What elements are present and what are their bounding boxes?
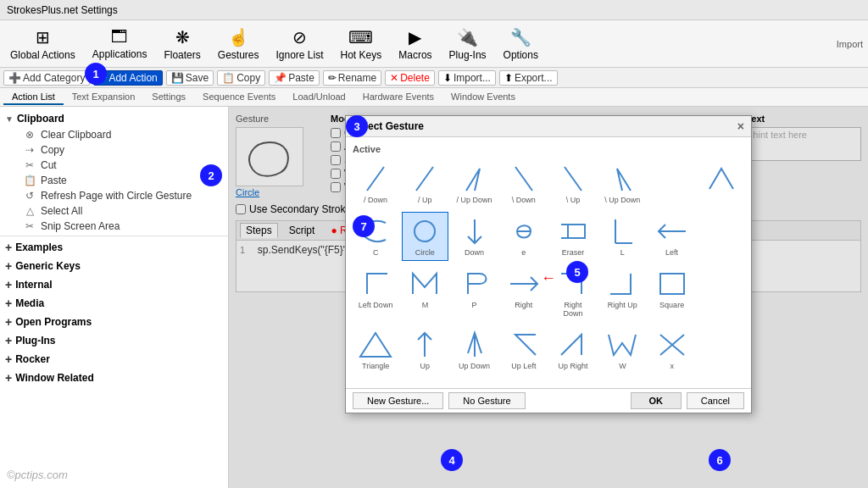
cut-label: Cut: [41, 159, 57, 171]
add-action-button[interactable]: ✏ Add Action: [93, 70, 162, 86]
gesture-right[interactable]: Right: [501, 264, 547, 322]
plug-ins-icon: 🔌: [457, 27, 478, 47]
list-item[interactable]: △ Select All: [17, 203, 228, 219]
no-gesture-button[interactable]: No Gesture: [448, 392, 525, 409]
gesture-left[interactable]: Left: [649, 212, 695, 261]
toolbar-hot-keys[interactable]: ⌨ Hot Keys: [336, 25, 387, 63]
toolbar-applications[interactable]: 🗔 Applications: [87, 25, 153, 62]
hot-keys-icon: ⌨: [348, 27, 373, 47]
toolbar-macros[interactable]: ▶ Macros: [393, 25, 437, 63]
toolbar-hot-keys-label: Hot Keys: [341, 49, 382, 61]
paste-button[interactable]: 📌 Paste: [269, 70, 320, 86]
open-programs-label: Open Programs: [15, 316, 92, 328]
category-window-related[interactable]: + Window Related: [0, 369, 228, 387]
expand-examples-icon: +: [5, 241, 12, 254]
generic-keys-label: Generic Keys: [15, 260, 81, 272]
category-open-programs[interactable]: + Open Programs: [0, 313, 228, 331]
gesture-slash-up[interactable]: / Up: [402, 159, 448, 208]
import-label[interactable]: Import: [837, 39, 863, 49]
gesture-triangle[interactable]: Triangle: [353, 325, 398, 374]
svg-line-2: [515, 167, 532, 191]
toolbar-global-actions[interactable]: ⊞ Global Actions: [5, 25, 81, 63]
gesture-c[interactable]: C: [353, 212, 398, 261]
gesture-blank4: [698, 325, 744, 374]
list-item[interactable]: ✂ Snip Screen Area: [17, 219, 228, 234]
tab-sequence-events[interactable]: Sequence Events: [194, 90, 284, 105]
new-gesture-button[interactable]: New Gesture...: [353, 392, 443, 409]
category-media[interactable]: + Media: [0, 294, 228, 313]
gesture-right-up[interactable]: Right Up: [599, 264, 645, 322]
gesture-angle-up[interactable]: [698, 159, 744, 208]
gesture-backslash-down[interactable]: \ Down: [501, 159, 547, 208]
list-item[interactable]: ⇢ Copy: [17, 142, 228, 158]
gesture-up-down[interactable]: Up Down: [452, 325, 498, 374]
rename-button[interactable]: ✏ Rename: [323, 70, 381, 86]
cancel-button[interactable]: Cancel: [687, 392, 744, 409]
clipboard-header-label: Clipboard: [17, 113, 64, 125]
toolbar-ignore-list[interactable]: ⊘ Ignore List: [270, 25, 328, 63]
toolbar-plug-ins[interactable]: 🔌 Plug-Ins: [444, 25, 492, 63]
expand-plug-ins-icon: +: [5, 334, 12, 347]
main-toolbar: ⊞ Global Actions 🗔 Applications ❋ Floate…: [0, 20, 868, 68]
gesture-up[interactable]: Up: [402, 325, 448, 374]
gesture-blank2: [698, 212, 744, 261]
gesture-left-down[interactable]: Left Down: [353, 264, 398, 322]
collapse-icon: ▼: [5, 114, 14, 124]
gesture-x[interactable]: x: [649, 325, 695, 374]
add-category-button[interactable]: ➕ Add Category: [3, 70, 90, 86]
copy-button[interactable]: 📋 Copy: [217, 70, 265, 86]
tab-text-expansion[interactable]: Text Expansion: [64, 90, 144, 105]
gestures-icon: ☝: [228, 27, 249, 47]
category-plug-ins[interactable]: + Plug-Ins: [0, 331, 228, 350]
gesture-e[interactable]: e: [501, 212, 547, 261]
svg-marker-11: [360, 333, 391, 357]
dialog-close-button[interactable]: ×: [737, 119, 744, 133]
list-item[interactable]: ⊗ Clear Clipboard: [17, 127, 228, 142]
tab-action-list[interactable]: Action List: [3, 90, 64, 105]
tab-bar: Action List Text Expansion Settings Sequ…: [0, 88, 868, 107]
list-item[interactable]: ↺ Refresh Page with Circle Gesture: [17, 188, 228, 203]
category-rocker[interactable]: + Rocker: [0, 350, 228, 369]
gesture-l[interactable]: L: [599, 212, 645, 261]
gesture-slash-down[interactable]: / Down: [353, 159, 398, 208]
category-internal[interactable]: + Internal: [0, 275, 228, 294]
rename-icon: ✏: [328, 72, 337, 84]
tab-window-events[interactable]: Window Events: [442, 90, 524, 105]
dialog-section-active: Active: [353, 144, 744, 154]
ok-button[interactable]: OK: [631, 392, 682, 409]
gesture-up-left[interactable]: Up Left: [501, 325, 547, 374]
tab-hardware-events[interactable]: Hardware Events: [354, 90, 442, 105]
tab-settings[interactable]: Settings: [143, 90, 194, 105]
category-generic-keys[interactable]: + Generic Keys: [0, 257, 228, 275]
gesture-eraser[interactable]: Eraser: [550, 212, 596, 261]
dialog-body: Active / Down / Up / Up: [346, 137, 751, 388]
category-examples[interactable]: + Examples: [0, 238, 228, 257]
toolbar-options[interactable]: 🔧 Options: [498, 25, 543, 63]
tab-load-unload[interactable]: Load/Unload: [284, 90, 353, 105]
action-bar: ➕ Add Category ✏ Add Action 💾 Save 📋 Cop…: [0, 68, 868, 88]
gesture-square[interactable]: Square: [649, 264, 695, 322]
gesture-p[interactable]: P: [452, 264, 498, 322]
gesture-w[interactable]: W: [599, 325, 645, 374]
list-item[interactable]: ✂ Cut: [17, 158, 228, 173]
media-label: Media: [15, 297, 44, 309]
gesture-m[interactable]: M: [402, 264, 448, 322]
delete-button[interactable]: ✕ Delete: [385, 70, 435, 86]
gesture-backslash-up-down[interactable]: \ Up Down: [599, 159, 645, 208]
gesture-slash-up-down[interactable]: / Up Down: [452, 159, 498, 208]
import-button[interactable]: ⬇ Import...: [438, 70, 496, 86]
gesture-backslash-up[interactable]: \ Up: [550, 159, 596, 208]
toolbar-gestures[interactable]: ☝ Gestures: [213, 25, 264, 63]
list-item[interactable]: 📋 Paste: [17, 173, 228, 188]
gesture-down[interactable]: Down: [452, 212, 498, 261]
category-clipboard[interactable]: ▼ Clipboard: [0, 110, 228, 127]
save-button[interactable]: 💾 Save: [166, 70, 214, 86]
dialog-title-bar: Select Gesture ×: [346, 116, 751, 137]
cut-icon: ✂: [24, 159, 36, 171]
gesture-up-right[interactable]: Up Right: [550, 325, 596, 374]
toolbar-floaters[interactable]: ❋ Floaters: [159, 25, 205, 63]
gesture-right-down[interactable]: Right Down: [550, 264, 596, 322]
gesture-circle[interactable]: Circle: [402, 212, 448, 261]
svg-rect-10: [660, 274, 684, 294]
export-button[interactable]: ⬆ Export...: [499, 70, 558, 86]
